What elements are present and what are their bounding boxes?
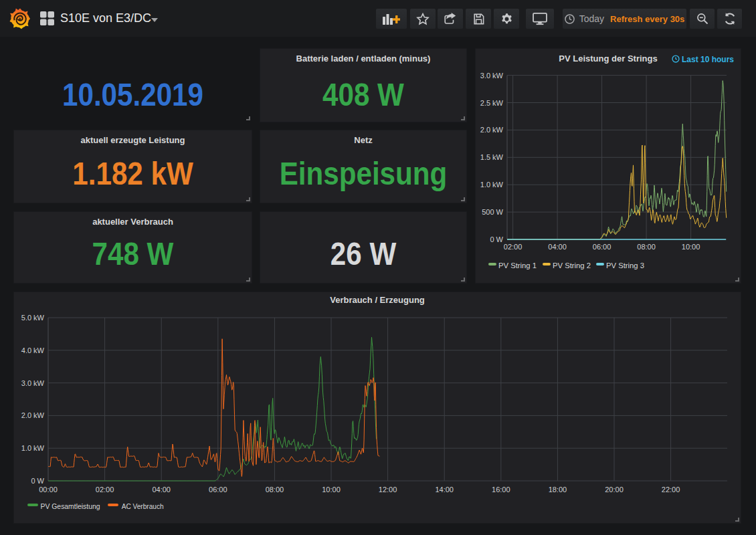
svg-text:0 W: 0 W (490, 235, 503, 243)
svg-text:02:00: 02:00 (96, 486, 114, 494)
svg-text:3.0 kW: 3.0 kW (21, 379, 45, 387)
svg-text:00:00: 00:00 (39, 486, 58, 494)
svg-text:04:00: 04:00 (152, 486, 171, 494)
svg-text:1.0 kW: 1.0 kW (21, 444, 45, 452)
svg-text:PV Gesamtleistung: PV Gesamtleistung (41, 502, 100, 510)
svg-text:2.0 kW: 2.0 kW (21, 411, 45, 419)
svg-text:2.0 kW: 2.0 kW (480, 126, 504, 134)
svg-text:02:00: 02:00 (504, 243, 523, 251)
svg-text:PV String 3: PV String 3 (606, 261, 644, 270)
svg-text:5.0 kW: 5.0 kW (21, 314, 45, 322)
svg-text:AC Verbrauch: AC Verbrauch (122, 502, 164, 510)
svg-text:08:00: 08:00 (637, 243, 656, 251)
svg-text:08:00: 08:00 (266, 486, 284, 494)
svg-text:3.0 kW: 3.0 kW (480, 72, 504, 80)
svg-text:1.0 kW: 1.0 kW (480, 181, 504, 189)
svg-text:06:00: 06:00 (593, 243, 611, 251)
svg-text:06:00: 06:00 (209, 486, 227, 494)
svg-text:22:00: 22:00 (662, 486, 680, 494)
svg-text:14:00: 14:00 (435, 486, 454, 494)
svg-text:2.5 kW: 2.5 kW (480, 99, 504, 107)
svg-text:500 W: 500 W (482, 208, 503, 216)
svg-text:12:00: 12:00 (379, 486, 397, 494)
svg-text:16:00: 16:00 (492, 486, 510, 494)
svg-text:10:00: 10:00 (682, 243, 700, 251)
svg-text:4.0 kW: 4.0 kW (21, 346, 45, 354)
svg-text:10:00: 10:00 (322, 486, 341, 494)
svg-text:0 W: 0 W (31, 477, 44, 485)
svg-text:1.5 kW: 1.5 kW (480, 153, 504, 161)
svg-text:04:00: 04:00 (548, 243, 567, 251)
svg-text:20:00: 20:00 (605, 486, 624, 494)
svg-text:PV String 1: PV String 1 (498, 261, 537, 270)
svg-text:PV String 2: PV String 2 (553, 261, 591, 270)
svg-text:18:00: 18:00 (549, 486, 567, 494)
